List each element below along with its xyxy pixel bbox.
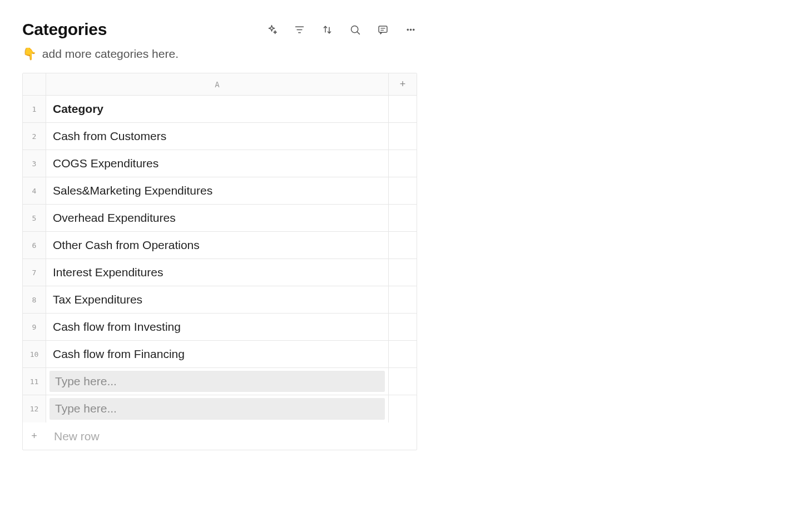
svg-point-8	[407, 29, 408, 31]
svg-point-9	[410, 29, 412, 31]
empty-cell[interactable]	[389, 286, 417, 313]
cell[interactable]: Cash from Customers	[46, 123, 389, 150]
table-row: 12Type here...	[23, 395, 417, 422]
new-row-button[interactable]: + New row	[23, 422, 417, 450]
cell[interactable]: Category	[46, 96, 389, 122]
cell[interactable]: Interest Expenditures	[46, 259, 389, 286]
cell[interactable]: Cash flow from Investing	[46, 314, 389, 340]
subtitle-text: add more categories here.	[42, 47, 179, 60]
table-row: 9Cash flow from Investing	[23, 314, 417, 341]
empty-cell[interactable]	[389, 341, 417, 367]
cell[interactable]: Cash flow from Financing	[46, 341, 389, 367]
column-header-row: A +	[23, 73, 417, 96]
empty-cell[interactable]	[389, 368, 417, 395]
table-row: 4Sales&Marketing Expenditures	[23, 177, 417, 205]
toolbar	[265, 23, 417, 36]
row-number[interactable]: 6	[23, 232, 46, 258]
empty-cell[interactable]	[389, 314, 417, 340]
subtitle: 👇 add more categories here.	[22, 46, 790, 62]
new-row-label: New row	[46, 430, 417, 443]
more-icon[interactable]	[404, 23, 417, 36]
column-header-a[interactable]: A	[46, 73, 389, 95]
row-number[interactable]: 11	[23, 368, 46, 395]
cell[interactable]: Tax Expenditures	[46, 286, 389, 313]
comment-icon[interactable]	[376, 23, 389, 36]
table-row: 5Overhead Expenditures	[23, 205, 417, 232]
table-row: 7Interest Expenditures	[23, 259, 417, 286]
empty-cell[interactable]	[389, 123, 417, 150]
empty-cell[interactable]	[389, 232, 417, 258]
table-row: 10Cash flow from Financing	[23, 341, 417, 368]
table-row: 2Cash from Customers	[23, 123, 417, 150]
row-number[interactable]: 10	[23, 341, 46, 367]
empty-cell[interactable]	[389, 96, 417, 122]
add-column-button[interactable]: +	[389, 73, 417, 95]
cell[interactable]: Type here...	[46, 395, 389, 422]
cell[interactable]: COGS Expenditures	[46, 150, 389, 177]
table-row: 11Type here...	[23, 368, 417, 395]
search-icon[interactable]	[348, 23, 362, 36]
filter-icon[interactable]	[293, 23, 306, 36]
table-row: 8Tax Expenditures	[23, 286, 417, 314]
table-row: 1Category	[23, 96, 417, 123]
cell-placeholder[interactable]: Type here...	[49, 398, 385, 420]
spreadsheet-grid: A + 1Category2Cash from Customers3COGS E…	[22, 73, 417, 450]
row-number[interactable]: 5	[23, 205, 46, 231]
row-number[interactable]: 12	[23, 395, 46, 422]
cell[interactable]: Type here...	[46, 368, 389, 395]
ai-sparkle-icon[interactable]	[265, 23, 278, 36]
plus-icon: +	[23, 430, 46, 442]
row-number[interactable]: 4	[23, 177, 46, 204]
row-number[interactable]: 1	[23, 96, 46, 122]
cell[interactable]: Overhead Expenditures	[46, 205, 389, 231]
svg-point-10	[413, 29, 414, 31]
row-number[interactable]: 8	[23, 286, 46, 313]
table-row: 6Other Cash from Operations	[23, 232, 417, 259]
svg-rect-5	[379, 26, 387, 32]
pointing-down-icon: 👇	[22, 47, 37, 60]
svg-line-4	[357, 32, 359, 34]
empty-cell[interactable]	[389, 259, 417, 286]
table-row: 3COGS Expenditures	[23, 150, 417, 177]
cell[interactable]: Sales&Marketing Expenditures	[46, 177, 389, 204]
cell-placeholder[interactable]: Type here...	[49, 371, 385, 392]
empty-cell[interactable]	[389, 150, 417, 177]
page-title: Categories	[22, 20, 107, 39]
header: Categories	[22, 20, 417, 39]
cell[interactable]: Other Cash from Operations	[46, 232, 389, 258]
empty-cell[interactable]	[389, 395, 417, 422]
row-number[interactable]: 7	[23, 259, 46, 286]
row-number[interactable]: 2	[23, 123, 46, 150]
empty-cell[interactable]	[389, 205, 417, 231]
row-number[interactable]: 3	[23, 150, 46, 177]
sort-icon[interactable]	[320, 23, 334, 36]
corner-cell[interactable]	[23, 73, 46, 95]
empty-cell[interactable]	[389, 177, 417, 204]
row-number[interactable]: 9	[23, 314, 46, 340]
